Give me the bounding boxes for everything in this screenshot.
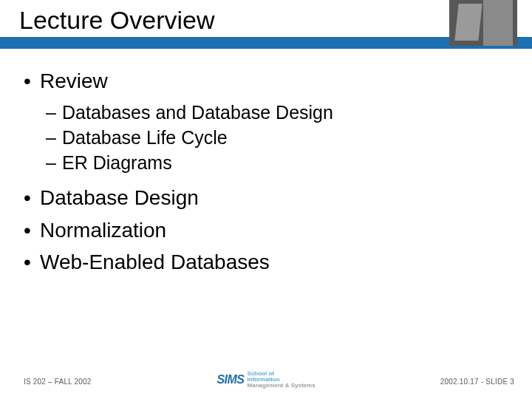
bullet-review: Review — [24, 68, 508, 95]
slide-body: Review Databases and Database Design Dat… — [24, 68, 508, 358]
slide-footer: IS 202 – FALL 2002 SIMS School of Inform… — [0, 374, 532, 399]
logo-line-management: Management & Systems — [248, 383, 316, 389]
bullet-database-design: Database Design — [24, 185, 508, 211]
slide: Lecture Overview Review Databases and Da… — [0, 0, 532, 399]
photo-shadow-strip — [483, 0, 489, 46]
logo-subtext: School of Information Management & Syste… — [248, 371, 316, 389]
bullet-normalization: Normalization — [24, 217, 508, 244]
logo-text-sims: SIMS — [216, 373, 244, 386]
slide-title: Lecture Overview — [19, 6, 215, 35]
subbullet-databases-design: Databases and Database Design — [24, 100, 508, 124]
subbullet-er-diagrams: ER Diagrams — [24, 151, 508, 174]
footer-course-label: IS 202 – FALL 2002 — [24, 378, 92, 386]
sims-logo: SIMS School of Information Management & … — [216, 371, 315, 389]
subbullet-db-life-cycle: Database Life Cycle — [24, 126, 508, 149]
decorative-building-photo — [449, 0, 517, 46]
spacer — [24, 176, 508, 185]
bullet-web-enabled-db: Web-Enabled Databases — [24, 249, 508, 276]
footer-date-slide: 2002.10.17 - SLIDE 3 — [440, 378, 514, 386]
